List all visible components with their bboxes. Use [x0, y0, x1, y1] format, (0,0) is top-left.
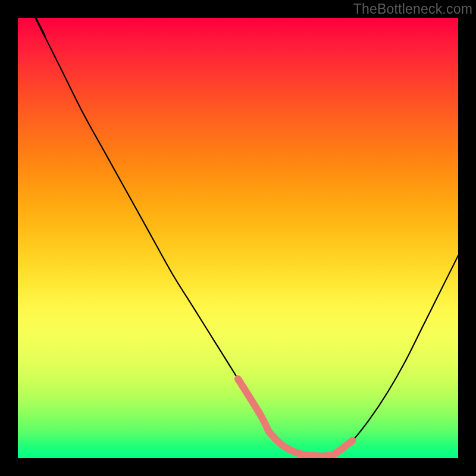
highlight-ascent [326, 440, 352, 456]
curve-layer [18, 18, 458, 458]
highlight-descent [238, 379, 269, 432]
chart-frame: TheBottleneck.com [0, 0, 476, 476]
attribution-text: TheBottleneck.com [353, 1, 472, 17]
highlight-flat [269, 432, 326, 456]
plot-area [18, 18, 458, 458]
